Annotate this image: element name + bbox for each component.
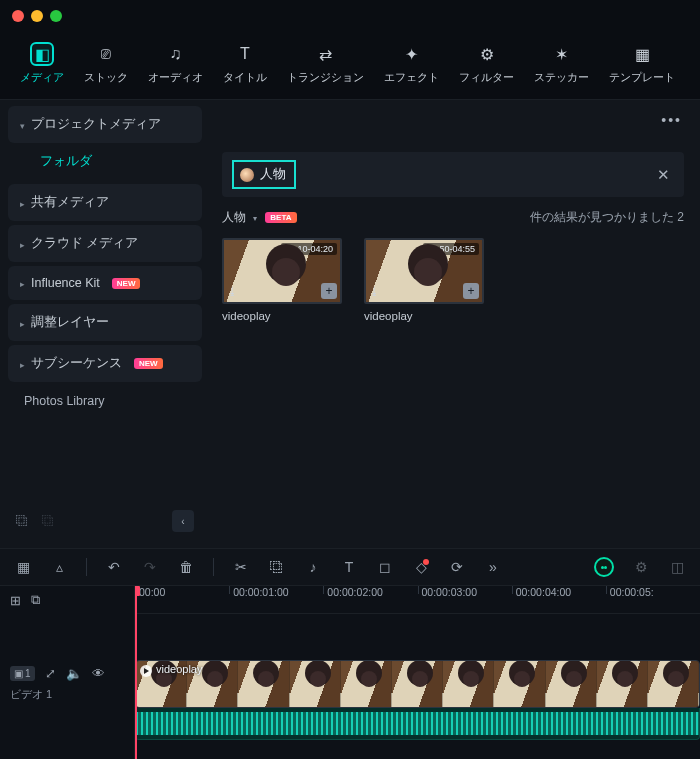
- clip-name: videoplay: [222, 310, 342, 322]
- timeline-ruler[interactable]: 00:00 00:00:01:00 00:00:02:00 00:00:03:0…: [135, 586, 700, 614]
- media-icon: ◧: [30, 42, 54, 66]
- new-folder-icon[interactable]: ⿻: [16, 514, 28, 528]
- search-chip-person[interactable]: 人物: [232, 160, 296, 189]
- import-folder-icon[interactable]: ⿻: [42, 514, 54, 528]
- transition-icon: ⇄: [314, 42, 338, 66]
- stock-icon: ⎚: [94, 42, 118, 66]
- sidebar-project-media[interactable]: プロジェクトメディア: [8, 106, 202, 143]
- sidebar-photos-library[interactable]: Photos Library: [8, 382, 202, 420]
- search-box: 人物 ✕: [222, 152, 684, 197]
- undo-button[interactable]: ↶: [105, 558, 123, 576]
- clip-name: videoplay: [364, 310, 484, 322]
- text-icon[interactable]: T: [340, 558, 358, 576]
- sidebar-adjustment-layer[interactable]: 調整レイヤー: [8, 304, 202, 341]
- nav-transition[interactable]: ⇄ トランジション: [281, 38, 370, 89]
- play-icon: [140, 665, 152, 677]
- clip-item[interactable]: 04:10-04:20 ⭳ + videoplay: [222, 238, 342, 322]
- filter-icon: ⚙: [475, 42, 499, 66]
- nav-audio[interactable]: ♫ オーディオ: [142, 38, 209, 89]
- settings-gear-icon[interactable]: ⚙: [632, 558, 650, 576]
- audio-icon: ♫: [164, 42, 188, 66]
- delete-button[interactable]: 🗑: [177, 558, 195, 576]
- pointer-icon[interactable]: ▵: [50, 558, 68, 576]
- add-track-icon[interactable]: ⊞: [10, 593, 21, 608]
- nav-effect[interactable]: ✦ エフェクト: [378, 38, 445, 89]
- add-clip-button[interactable]: +: [321, 283, 337, 299]
- timeline-clip-name: videoplay: [156, 663, 202, 675]
- more-tools-icon[interactable]: »: [484, 558, 502, 576]
- clip-item[interactable]: 04:50-04:55 ⭳ + videoplay: [364, 238, 484, 322]
- sticker-icon: ✶: [550, 42, 574, 66]
- bookmark-icon[interactable]: ◫: [668, 558, 686, 576]
- nav-sticker[interactable]: ✶ ステッカー: [528, 38, 595, 89]
- sidebar-cloud-media[interactable]: クラウド メディア: [8, 225, 202, 262]
- collapse-sidebar-button[interactable]: ‹: [172, 510, 194, 532]
- new-badge: NEW: [112, 278, 141, 289]
- close-window[interactable]: [12, 10, 24, 22]
- clip-thumbnail[interactable]: 04:10-04:20 ⭳ +: [222, 238, 342, 304]
- title-icon: T: [233, 42, 257, 66]
- filter-dropdown[interactable]: 人物 ▾: [222, 209, 257, 226]
- clear-search-button[interactable]: ✕: [653, 166, 674, 184]
- more-options-button[interactable]: •••: [661, 112, 682, 128]
- visibility-icon[interactable]: 👁: [92, 666, 105, 681]
- add-clip-button[interactable]: +: [463, 283, 479, 299]
- track-label: ビデオ 1: [0, 687, 134, 708]
- window-controls: [0, 0, 700, 32]
- clip-thumbnail[interactable]: 04:50-04:55 ⭳ +: [364, 238, 484, 304]
- cut-button[interactable]: ✂: [232, 558, 250, 576]
- nav-media[interactable]: ◧ メディア: [14, 38, 70, 89]
- minimize-window[interactable]: [31, 10, 43, 22]
- template-icon: ▦: [630, 42, 654, 66]
- result-count: 件の結果が見つかりました 2: [530, 209, 684, 226]
- video-track-badge[interactable]: ▣1: [10, 666, 35, 681]
- timeline-track-header: ⊞ ⧉ ▣1 ⤢ 🔈 👁 ビデオ 1: [0, 586, 135, 759]
- search-input[interactable]: [304, 167, 645, 182]
- timeline-video-clip[interactable]: videoplay: [135, 660, 700, 708]
- redo-button[interactable]: ↷: [141, 558, 159, 576]
- nav-filter[interactable]: ⚙ フィルター: [453, 38, 520, 89]
- unlink-icon[interactable]: ⧉: [31, 592, 40, 608]
- chevron-right-icon: [20, 357, 25, 371]
- timeline-toolbar: ▦ ▵ ↶ ↷ 🗑 ✂ ⿻ ♪ T ◻ ◇ ⟳ » ⚙ ◫: [0, 548, 700, 586]
- color-icon[interactable]: ◇: [412, 558, 430, 576]
- top-nav: ◧ メディア ⎚ ストック ♫ オーディオ T タイトル ⇄ トランジション ✦…: [0, 32, 700, 100]
- nav-template[interactable]: ▦ テンプレート: [603, 38, 681, 89]
- ai-assistant-button[interactable]: [594, 557, 614, 577]
- sidebar-shared-media[interactable]: 共有メディア: [8, 184, 202, 221]
- mute-icon[interactable]: 🔈: [66, 666, 82, 681]
- frame-icon[interactable]: ◻: [376, 558, 394, 576]
- person-icon: [240, 168, 254, 182]
- download-icon[interactable]: ⭳: [227, 285, 241, 299]
- playhead[interactable]: [135, 586, 137, 759]
- nav-stock[interactable]: ⎚ ストック: [78, 38, 134, 89]
- sidebar-influence-kit[interactable]: Influence Kit NEW: [8, 266, 202, 300]
- nav-title[interactable]: T タイトル: [217, 38, 273, 89]
- chevron-right-icon: [20, 237, 25, 251]
- timeline: ⊞ ⧉ ▣1 ⤢ 🔈 👁 ビデオ 1 00:00 00:00:01:00 00:…: [0, 586, 700, 759]
- crop-button[interactable]: ⿻: [268, 558, 286, 576]
- chevron-right-icon: [20, 316, 25, 330]
- effect-icon: ✦: [400, 42, 424, 66]
- grid-icon[interactable]: ▦: [14, 558, 32, 576]
- chevron-down-icon: [20, 118, 25, 132]
- maximize-window[interactable]: [50, 10, 62, 22]
- chevron-right-icon: [20, 276, 25, 290]
- beta-badge: BETA: [265, 212, 296, 223]
- sidebar: プロジェクトメディア フォルダ 共有メディア クラウド メディア Influen…: [0, 100, 210, 548]
- audio-edit-icon[interactable]: ♪: [304, 558, 322, 576]
- timeline-tracks[interactable]: 00:00 00:00:01:00 00:00:02:00 00:00:03:0…: [135, 586, 700, 759]
- download-icon[interactable]: ⭳: [369, 285, 383, 299]
- sidebar-folder[interactable]: フォルダ: [8, 143, 202, 180]
- sidebar-subsequence[interactable]: サブシーケンス NEW: [8, 345, 202, 382]
- timeline-audio-clip[interactable]: [135, 708, 700, 740]
- chevron-right-icon: [20, 196, 25, 210]
- clip-timecode: 04:50-04:55: [423, 243, 479, 255]
- new-badge: NEW: [134, 358, 163, 369]
- speed-icon[interactable]: ⟳: [448, 558, 466, 576]
- clip-timecode: 04:10-04:20: [281, 243, 337, 255]
- lock-icon[interactable]: ⤢: [45, 666, 56, 681]
- main-panel: ••• 人物 ✕ 人物 ▾ BETA 件の結果が見つかりました 2 04:10-…: [210, 100, 700, 548]
